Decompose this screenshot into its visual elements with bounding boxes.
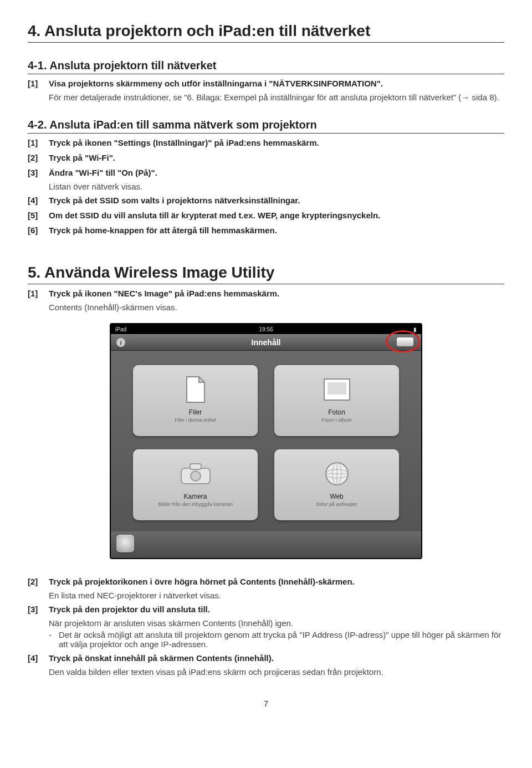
svg-rect-1 <box>328 382 346 395</box>
battery-icon: ▮ <box>413 326 417 332</box>
step-text: Om det SSID du vill ansluta till är kryp… <box>49 209 504 221</box>
app-footer <box>111 531 421 558</box>
step-number: [5] <box>28 209 49 221</box>
subnote-text: Det är också möjligt att ansluta till pr… <box>59 630 504 649</box>
tile-sublabel: Bilder från den inbyggda kameran <box>158 501 233 507</box>
tile-label: Kamera <box>183 493 207 500</box>
step-text: Tryck på det SSID som valts i projektorn… <box>49 194 504 206</box>
tile-kamera[interactable]: Kamera Bilder från den inbyggda kameran <box>133 449 258 520</box>
heading-4: 4. Ansluta projektorn och iPad:en till n… <box>28 22 504 43</box>
step-text: Tryck på önskat innehåll på skärmen Cont… <box>49 652 504 664</box>
step-text: Tryck på "Wi-Fi". <box>49 152 504 163</box>
step-text: Tryck på ikonen "Settings (Inställningar… <box>49 137 504 149</box>
step-number: [1] <box>28 78 49 89</box>
step-number: [4] <box>28 194 49 206</box>
step-number: [1] <box>28 137 49 149</box>
clock: 19:56 <box>259 326 273 332</box>
tile-sublabel: Foton i album <box>321 417 352 423</box>
step-text: Tryck på den projektor du vill ansluta t… <box>49 603 504 615</box>
step-note: Contents (Innehåll)-skärmen visas. <box>49 303 504 312</box>
step-subnote: - Det är också möjligt att ansluta till … <box>49 630 504 649</box>
tile-sublabel: Sidor på websajter <box>316 501 357 507</box>
step-number: [1] <box>28 288 49 299</box>
step-number: [2] <box>28 576 49 587</box>
step-note: För mer detaljerade instruktioner, se "6… <box>49 93 504 102</box>
ipad-screenshot: iPad 19:56 ▮ i Innehåll Filer Filer i de… <box>28 323 504 559</box>
page-number: 7 <box>28 699 504 708</box>
step-note: När projektorn är ansluten visas skärmen… <box>49 618 504 628</box>
status-bar: iPad 19:56 ▮ <box>111 324 421 334</box>
step-number: [3] <box>28 167 49 178</box>
step-text: Tryck på home-knappen för att återgå til… <box>49 224 504 236</box>
tile-label: Web <box>330 493 343 500</box>
step-text: Tryck på projektorikonen i övre högra hö… <box>49 576 504 587</box>
device-label: iPad <box>115 326 126 332</box>
heading-5: 5. Använda Wireless Image Utility <box>28 264 504 284</box>
tile-grid: Filer Filer i denna enhet Foton Foton i … <box>111 351 421 531</box>
document-icon <box>180 374 211 405</box>
dash: - <box>49 630 59 649</box>
tile-label: Filer <box>189 408 202 416</box>
camera-icon <box>180 458 211 489</box>
tile-sublabel: Filer i denna enhet <box>175 417 216 423</box>
projector-icon[interactable] <box>397 337 413 346</box>
app-header: i Innehåll <box>111 334 421 351</box>
step-number: [3] <box>28 603 49 615</box>
step-text: Ändra "Wi-Fi" till "On (På)". <box>49 167 504 178</box>
svg-point-4 <box>191 471 201 481</box>
step-text: Tryck på ikonen "NEC's Image" på iPad:en… <box>49 288 504 299</box>
step-number: [2] <box>28 152 49 163</box>
tile-label: Foton <box>328 408 345 416</box>
tile-filer[interactable]: Filer Filer i denna enhet <box>133 365 258 436</box>
step-number: [4] <box>28 652 49 664</box>
step-number: [6] <box>28 224 49 236</box>
svg-rect-3 <box>190 464 201 469</box>
tile-foton[interactable]: Foton Foton i album <box>274 365 399 436</box>
step-text: Visa projektorns skärmmeny och utför ins… <box>49 78 504 89</box>
step-note: Den valda bilden eller texten visas på i… <box>49 667 504 677</box>
info-icon[interactable]: i <box>116 338 125 347</box>
gauge-icon[interactable] <box>116 535 134 552</box>
step-note: Listan över nätverk visas. <box>49 182 504 191</box>
tile-web[interactable]: Web Sidor på websajter <box>274 449 399 520</box>
photo-icon <box>321 374 352 405</box>
step-note: En lista med NEC-projektorer i nätverket… <box>49 591 504 600</box>
app-title: Innehåll <box>252 338 281 347</box>
globe-icon <box>321 458 352 489</box>
heading-4-1: 4-1. Ansluta projektorn till nätverket <box>28 59 504 74</box>
heading-4-2: 4-2. Ansluta iPad:en till samma nätverk … <box>28 119 504 134</box>
